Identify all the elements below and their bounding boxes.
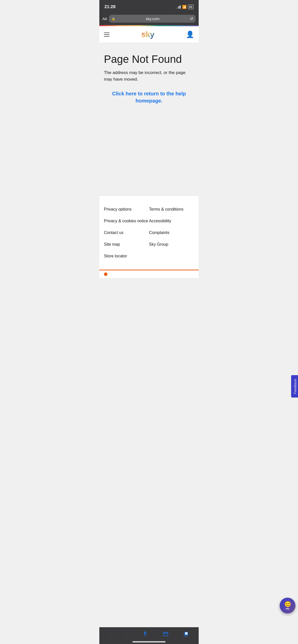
- hamburger-line: [104, 36, 110, 37]
- footer-link-contact-us[interactable]: Contact us: [104, 227, 149, 239]
- footer-link-store-locator[interactable]: Store locator: [104, 250, 149, 262]
- site-header: sky 👤: [99, 26, 199, 43]
- footer-left-column: Privacy options Privacy & cookies notice…: [104, 203, 149, 262]
- status-time: 21:28: [104, 4, 115, 9]
- refresh-icon[interactable]: ↺: [190, 16, 193, 21]
- hamburger-menu-button[interactable]: [104, 33, 110, 37]
- url-bar[interactable]: 🔒 sky.com ↺: [109, 15, 196, 23]
- orange-tab: [99, 270, 199, 278]
- footer-link-sky-group[interactable]: Sky Group: [149, 239, 194, 250]
- lock-icon: 🔒: [112, 17, 115, 21]
- footer-link-accessibility[interactable]: Accessibility: [149, 215, 194, 227]
- signal-icon: [176, 5, 181, 9]
- user-account-icon[interactable]: 👤: [186, 31, 194, 38]
- footer-link-privacy-cookies[interactable]: Privacy & cookies notice: [104, 215, 149, 227]
- orange-dot-icon: [104, 272, 107, 276]
- browser-aa-button[interactable]: AA: [102, 17, 107, 21]
- browser-bar: AA 🔒 sky.com ↺: [99, 13, 199, 25]
- sky-logo[interactable]: sky: [141, 30, 154, 39]
- main-content: Page Not Found The address may be incorr…: [99, 43, 199, 196]
- footer-link-site-map[interactable]: Site map: [104, 239, 149, 250]
- battery-icon: 63: [188, 5, 194, 9]
- hamburger-line: [104, 34, 110, 35]
- footer-links-grid: Privacy options Privacy & cookies notice…: [104, 203, 194, 262]
- page-not-found-title: Page Not Found: [104, 53, 194, 65]
- footer-link-terms[interactable]: Terms & conditions: [149, 203, 194, 215]
- footer-link-complaints[interactable]: Complaints: [149, 227, 194, 239]
- error-description: The address may be incorrect, or the pag…: [104, 69, 194, 82]
- url-text: sky.com: [117, 17, 188, 21]
- footer-link-privacy-options[interactable]: Privacy options: [104, 203, 149, 215]
- wifi-icon: 📶: [182, 5, 186, 9]
- footer-right-column: Terms & conditions Accessibility Complai…: [149, 203, 194, 262]
- help-homepage-link[interactable]: Click here to return to the help homepag…: [104, 90, 194, 104]
- status-icons: 📶 63: [176, 5, 194, 9]
- hamburger-line: [104, 33, 110, 33]
- footer: Privacy options Privacy & cookies notice…: [99, 196, 199, 270]
- status-bar: 21:28 📶 63: [99, 0, 199, 13]
